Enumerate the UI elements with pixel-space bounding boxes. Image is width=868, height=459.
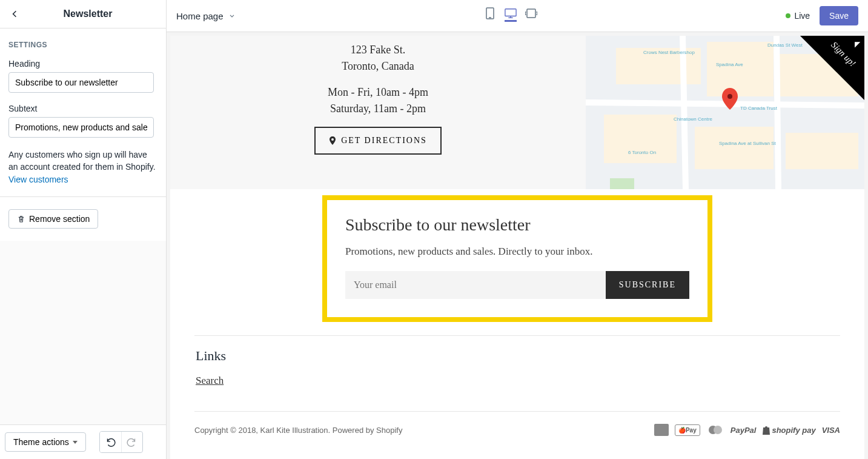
svg-point-24 [727,94,732,99]
trash-icon [17,215,25,223]
remove-section-button[interactable]: Remove section [8,209,98,229]
back-icon[interactable] [10,9,19,19]
get-directions-button[interactable]: GET DIRECTIONS [314,127,442,155]
main: Home page Live Save [167,0,868,459]
get-directions-label: GET DIRECTIONS [341,136,427,146]
newsletter-heading: Subscribe to our newsletter [345,215,689,235]
amex-icon [654,424,669,436]
theme-actions-button[interactable]: Theme actions [5,432,86,452]
hours-block: Mon - Fri, 10am - 4pm Saturday, 11am - 2… [328,84,428,117]
svg-line-14 [683,36,686,189]
hours-line-1: Mon - Fri, 10am - 4pm [328,84,428,101]
svg-text:Crows Nest Barbershop: Crows Nest Barbershop [643,50,695,55]
settings-label: SETTINGS [8,41,157,49]
svg-rect-8 [707,42,774,96]
subtext-input[interactable] [8,117,154,138]
footer-links: Links Search [170,336,864,393]
bag-icon [762,425,770,435]
redo-icon [127,437,137,447]
desktop-icon [505,8,517,19]
subscribe-button[interactable]: SUBSCRIBE [606,271,689,299]
svg-text:TD Canada Trust: TD Canada Trust [740,106,778,111]
remove-section-label: Remove section [29,214,90,224]
sidebar: Newsletter SETTINGS Heading Subtext Any … [0,0,167,459]
mastercard-icon [706,424,724,436]
heading-input[interactable] [8,72,154,93]
sidebar-title: Newsletter [64,8,113,19]
preview-canvas: 123 Fake St. Toronto, Canada Mon - Fri, … [170,36,864,459]
history-group [99,431,143,453]
copyright-row: Copyright © 2018, Karl Kite Illustration… [194,411,840,436]
svg-text:Spadina Ave at Sullivan St: Spadina Ave at Sullivan St [719,141,776,146]
theme-actions-label: Theme actions [13,437,69,447]
help-text: Any customers who sign up will have an a… [8,149,157,186]
search-link[interactable]: Search [196,375,224,386]
signup-corner[interactable]: Sign up! ◤ [777,36,864,124]
svg-text:6 Toronto On: 6 Toronto On [628,150,656,155]
caret-down-icon [73,441,78,444]
svg-rect-11 [695,127,774,169]
svg-rect-2 [505,8,516,16]
email-input[interactable] [345,271,606,299]
sidebar-footer: Theme actions [0,424,166,459]
help-text-content: Any customers who sign up will have an a… [8,150,156,172]
paypal-icon: PayPal [731,424,757,436]
sidebar-header: Newsletter [0,0,166,28]
address-line-1: 123 Fake St. [342,42,414,58]
location-info: 123 Fake St. Toronto, Canada Mon - Fri, … [170,36,586,189]
apple-pay-icon: 🍎Pay [675,424,700,436]
page-selector-label: Home page [176,11,224,21]
undo-icon [105,437,116,447]
mobile-view-button[interactable] [484,10,496,22]
subtext-label: Subtext [8,104,157,113]
shopify-pay-label: shopify pay [772,426,815,435]
svg-rect-10 [604,115,677,163]
svg-text:Chinatown Centre: Chinatown Centre [674,116,713,122]
signup-corner-label: Sign up! [829,40,858,69]
redo-button[interactable] [121,432,142,452]
preview-wrap: 123 Fake St. Toronto, Canada Mon - Fri, … [167,32,868,459]
address-line-2: Toronto, Canada [342,58,414,75]
topbar: Home page Live Save [167,0,868,32]
undo-button[interactable] [100,432,121,452]
address-block: 123 Fake St. Toronto, Canada [342,42,414,75]
heading-label: Heading [8,59,157,69]
hours-line-2: Saturday, 11am - 2pm [328,101,428,117]
desktop-view-button[interactable] [505,10,517,22]
cursor-icon: ◤ [855,40,860,49]
svg-rect-16 [610,178,634,189]
page-selector[interactable]: Home page [176,11,236,21]
location-section: 123 Fake St. Toronto, Canada Mon - Fri, … [170,36,864,189]
status-indicator: Live [786,11,810,21]
status-dot-icon [786,13,790,18]
device-switcher [484,10,537,22]
links-heading: Links [196,348,839,364]
pin-icon [329,136,336,145]
fullwidth-icon [525,8,537,18]
newsletter-section: Subscribe to our newsletter Promotions, … [322,195,712,322]
mobile-icon [486,7,494,19]
payment-icons: 🍎Pay PayPal shopify pay VISA [654,424,840,436]
chevron-down-icon [228,12,236,19]
svg-rect-5 [527,9,535,18]
copyright-text: Copyright © 2018, Karl Kite Illustration… [194,426,402,435]
save-button[interactable]: Save [820,6,858,25]
remove-section-wrap: Remove section [0,197,166,241]
map[interactable]: Crows Nest Barbershop Spadina Ave Dundas… [586,36,864,189]
settings-panel: SETTINGS Heading Subtext Any customers w… [0,28,166,197]
fullwidth-view-button[interactable] [525,10,537,22]
visa-icon: VISA [822,424,840,436]
svg-text:Spadina Ave: Spadina Ave [716,62,743,67]
svg-rect-12 [786,133,858,169]
view-customers-link[interactable]: View customers [8,175,68,184]
shopify-pay-icon: shopify pay [762,424,815,436]
status-label: Live [794,11,810,21]
newsletter-form: SUBSCRIBE [345,271,689,299]
newsletter-subtext: Promotions, new products and sales. Dire… [345,246,689,258]
